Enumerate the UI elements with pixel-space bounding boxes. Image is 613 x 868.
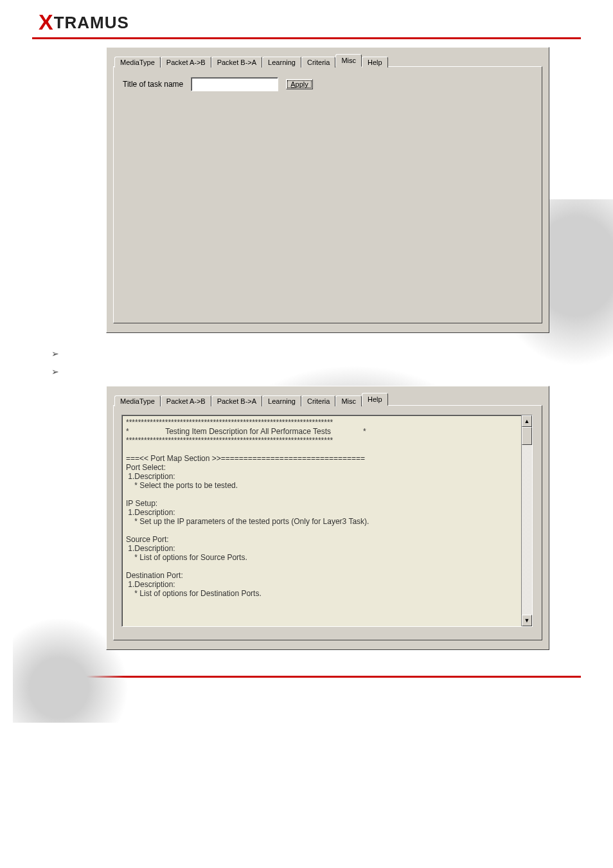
- settings-panel-help: MediaType Packet A->B Packet B->A Learni…: [106, 386, 549, 650]
- tab-mediatype[interactable]: MediaType: [114, 395, 161, 406]
- bullet-item-2: [51, 363, 549, 381]
- scroll-thumb[interactable]: [522, 427, 532, 445]
- tab-row: MediaType Packet A->B Packet B->A Learni…: [113, 53, 542, 67]
- task-title-input[interactable]: [191, 77, 278, 91]
- bullet-list: [106, 345, 549, 381]
- tab-help[interactable]: Help: [362, 57, 388, 68]
- scroll-up-button[interactable]: ▲: [522, 415, 532, 427]
- brand-logo-text: TRAMUS: [54, 13, 129, 32]
- help-scrollbar[interactable]: ▲ ▼: [521, 415, 532, 626]
- title-label: Title of task name: [123, 80, 183, 89]
- tab-help[interactable]: Help: [362, 393, 388, 406]
- apply-button-rest: pply: [296, 80, 308, 88]
- header-divider: [32, 37, 581, 39]
- tab-misc[interactable]: Misc: [335, 395, 362, 406]
- tab-criteria[interactable]: Criteria: [301, 57, 335, 68]
- brand-logo: XTRAMUS: [39, 13, 129, 32]
- page-header: XTRAMUS: [0, 0, 613, 36]
- tab-packet-ba[interactable]: Packet B->A: [211, 395, 262, 406]
- tab-criteria[interactable]: Criteria: [301, 395, 335, 406]
- tab-packet-ab[interactable]: Packet A->B: [161, 57, 211, 68]
- tab-mediatype[interactable]: MediaType: [114, 57, 161, 68]
- misc-tab-pane: Title of task name Apply: [113, 66, 542, 323]
- tab-packet-ab[interactable]: Packet A->B: [161, 395, 211, 406]
- brand-logo-x: X: [39, 10, 54, 34]
- tab-learning[interactable]: Learning: [262, 395, 301, 406]
- help-text-box: ****************************************…: [121, 415, 533, 627]
- tab-learning[interactable]: Learning: [262, 57, 301, 68]
- apply-button[interactable]: Apply: [286, 79, 313, 89]
- tab-misc[interactable]: Misc: [335, 54, 362, 67]
- bullet-item-1: [51, 345, 549, 363]
- help-tab-pane: ****************************************…: [113, 405, 542, 640]
- scroll-track[interactable]: [522, 427, 532, 615]
- help-text-content: ****************************************…: [122, 415, 521, 626]
- tab-row: MediaType Packet A->B Packet B->A Learni…: [113, 392, 542, 406]
- settings-panel-misc: MediaType Packet A->B Packet B->A Learni…: [106, 47, 549, 333]
- title-field-row: Title of task name Apply: [123, 77, 533, 91]
- scroll-down-button[interactable]: ▼: [522, 615, 532, 626]
- tab-packet-ba[interactable]: Packet B->A: [211, 57, 262, 68]
